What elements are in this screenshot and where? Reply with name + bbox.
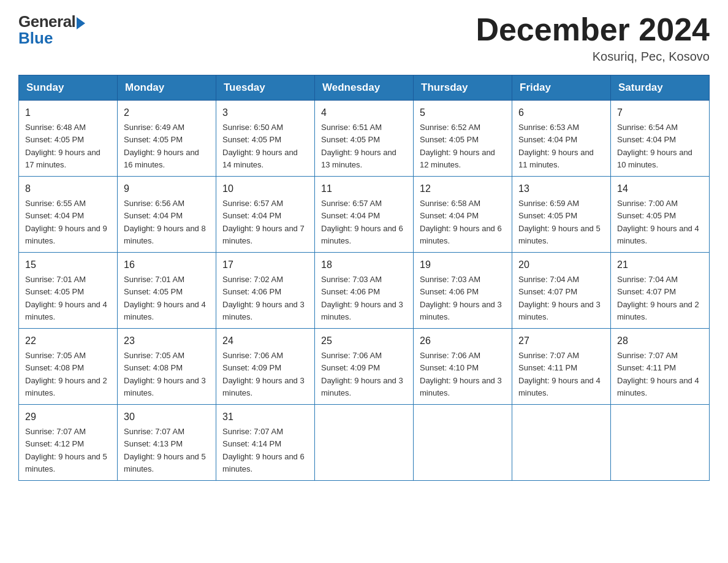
day-info: Sunrise: 6:55 AMSunset: 4:04 PMDaylight:… [25,199,107,245]
logo-blue-text: Blue [18,29,53,48]
calendar-cell: 24 Sunrise: 7:06 AMSunset: 4:09 PMDaylig… [216,329,315,405]
day-number: 12 [420,182,506,196]
day-info: Sunrise: 7:00 AMSunset: 4:05 PMDaylight:… [617,199,699,245]
day-info: Sunrise: 6:58 AMSunset: 4:04 PMDaylight:… [420,199,502,245]
day-number: 11 [321,182,407,196]
calendar-cell: 31 Sunrise: 7:07 AMSunset: 4:14 PMDaylig… [216,405,315,481]
calendar-cell: 18 Sunrise: 7:03 AMSunset: 4:06 PMDaylig… [315,253,414,329]
calendar-cell: 21 Sunrise: 7:04 AMSunset: 4:07 PMDaylig… [611,253,710,329]
day-info: Sunrise: 6:52 AMSunset: 4:05 PMDaylight:… [420,123,495,169]
day-info: Sunrise: 7:03 AMSunset: 4:06 PMDaylight:… [321,275,403,321]
calendar-cell [512,405,611,481]
day-number: 23 [124,334,210,348]
calendar-cell: 27 Sunrise: 7:07 AMSunset: 4:11 PMDaylig… [512,329,611,405]
day-number: 8 [25,182,111,196]
day-info: Sunrise: 6:56 AMSunset: 4:04 PMDaylight:… [124,199,206,245]
day-number: 17 [222,258,308,272]
calendar-cell: 3 Sunrise: 6:50 AMSunset: 4:05 PMDayligh… [216,101,315,177]
week-row-5: 29 Sunrise: 7:07 AMSunset: 4:12 PMDaylig… [19,405,710,481]
month-title: December 2024 [476,12,710,47]
calendar-cell: 2 Sunrise: 6:49 AMSunset: 4:05 PMDayligh… [118,101,216,177]
day-number: 26 [420,334,506,348]
day-info: Sunrise: 6:48 AMSunset: 4:05 PMDaylight:… [25,123,100,169]
calendar-cell: 19 Sunrise: 7:03 AMSunset: 4:06 PMDaylig… [414,253,512,329]
day-number: 2 [124,105,210,120]
calendar-cell: 9 Sunrise: 6:56 AMSunset: 4:04 PMDayligh… [118,177,216,253]
day-info: Sunrise: 7:07 AMSunset: 4:13 PMDaylight:… [124,427,206,473]
day-info: Sunrise: 7:07 AMSunset: 4:11 PMDaylight:… [617,351,699,397]
day-number: 7 [617,105,703,120]
calendar-cell: 14 Sunrise: 7:00 AMSunset: 4:05 PMDaylig… [611,177,710,253]
calendar-cell: 4 Sunrise: 6:51 AMSunset: 4:05 PMDayligh… [315,101,414,177]
day-header-sunday: Sunday [19,75,118,101]
day-header-wednesday: Wednesday [315,75,414,101]
day-info: Sunrise: 6:51 AMSunset: 4:05 PMDaylight:… [321,123,396,169]
week-row-2: 8 Sunrise: 6:55 AMSunset: 4:04 PMDayligh… [19,177,710,253]
day-number: 27 [518,334,604,348]
day-info: Sunrise: 7:05 AMSunset: 4:08 PMDaylight:… [124,351,206,397]
day-number: 4 [321,105,407,120]
day-info: Sunrise: 7:04 AMSunset: 4:07 PMDaylight:… [617,275,699,321]
title-section: December 2024 Kosuriq, Pec, Kosovo [476,12,710,64]
day-number: 9 [124,182,210,196]
day-number: 13 [518,182,604,196]
day-info: Sunrise: 6:54 AMSunset: 4:04 PMDaylight:… [617,123,692,169]
day-info: Sunrise: 7:06 AMSunset: 4:09 PMDaylight:… [321,351,403,397]
day-number: 25 [321,334,407,348]
day-number: 10 [222,182,308,196]
calendar-cell: 29 Sunrise: 7:07 AMSunset: 4:12 PMDaylig… [19,405,118,481]
calendar-cell: 25 Sunrise: 7:06 AMSunset: 4:09 PMDaylig… [315,329,414,405]
day-number: 24 [222,334,308,348]
day-info: Sunrise: 6:50 AMSunset: 4:05 PMDaylight:… [222,123,298,169]
calendar-cell: 23 Sunrise: 7:05 AMSunset: 4:08 PMDaylig… [118,329,216,405]
day-info: Sunrise: 6:53 AMSunset: 4:04 PMDaylight:… [518,123,594,169]
calendar-cell: 28 Sunrise: 7:07 AMSunset: 4:11 PMDaylig… [611,329,710,405]
day-number: 19 [420,258,506,272]
day-header-friday: Friday [512,75,611,101]
calendar-cell: 10 Sunrise: 6:57 AMSunset: 4:04 PMDaylig… [216,177,315,253]
day-info: Sunrise: 7:01 AMSunset: 4:05 PMDaylight:… [25,275,107,321]
calendar-cell: 6 Sunrise: 6:53 AMSunset: 4:04 PMDayligh… [512,101,611,177]
day-info: Sunrise: 7:06 AMSunset: 4:09 PMDaylight:… [222,351,305,397]
day-info: Sunrise: 7:05 AMSunset: 4:08 PMDaylight:… [25,351,107,397]
day-number: 28 [617,334,703,348]
day-header-saturday: Saturday [611,75,710,101]
location-text: Kosuriq, Pec, Kosovo [476,50,710,64]
calendar-cell [414,405,512,481]
day-info: Sunrise: 7:04 AMSunset: 4:07 PMDaylight:… [518,275,601,321]
calendar-cell: 26 Sunrise: 7:06 AMSunset: 4:10 PMDaylig… [414,329,512,405]
day-info: Sunrise: 7:07 AMSunset: 4:14 PMDaylight:… [222,427,305,473]
day-header-tuesday: Tuesday [216,75,315,101]
day-info: Sunrise: 7:01 AMSunset: 4:05 PMDaylight:… [124,275,206,321]
day-number: 31 [222,410,308,424]
calendar-cell: 22 Sunrise: 7:05 AMSunset: 4:08 PMDaylig… [19,329,118,405]
day-info: Sunrise: 6:49 AMSunset: 4:05 PMDaylight:… [124,123,199,169]
day-info: Sunrise: 7:06 AMSunset: 4:10 PMDaylight:… [420,351,502,397]
calendar-cell: 30 Sunrise: 7:07 AMSunset: 4:13 PMDaylig… [118,405,216,481]
week-row-4: 22 Sunrise: 7:05 AMSunset: 4:08 PMDaylig… [19,329,710,405]
day-header-thursday: Thursday [414,75,512,101]
calendar-cell: 17 Sunrise: 7:02 AMSunset: 4:06 PMDaylig… [216,253,315,329]
day-number: 6 [518,105,604,120]
day-number: 29 [25,410,111,424]
calendar-cell: 8 Sunrise: 6:55 AMSunset: 4:04 PMDayligh… [19,177,118,253]
day-number: 14 [617,182,703,196]
day-info: Sunrise: 7:02 AMSunset: 4:06 PMDaylight:… [222,275,305,321]
day-info: Sunrise: 7:03 AMSunset: 4:06 PMDaylight:… [420,275,502,321]
day-info: Sunrise: 7:07 AMSunset: 4:12 PMDaylight:… [25,427,107,473]
day-number: 18 [321,258,407,272]
logo-arrow-icon [77,17,85,29]
day-info: Sunrise: 6:57 AMSunset: 4:04 PMDaylight:… [321,199,403,245]
calendar-cell: 12 Sunrise: 6:58 AMSunset: 4:04 PMDaylig… [414,177,512,253]
day-number: 21 [617,258,703,272]
calendar-cell: 15 Sunrise: 7:01 AMSunset: 4:05 PMDaylig… [19,253,118,329]
calendar-cell: 13 Sunrise: 6:59 AMSunset: 4:05 PMDaylig… [512,177,611,253]
day-info: Sunrise: 6:57 AMSunset: 4:04 PMDaylight:… [222,199,305,245]
day-header-monday: Monday [118,75,216,101]
week-row-3: 15 Sunrise: 7:01 AMSunset: 4:05 PMDaylig… [19,253,710,329]
calendar-table: SundayMondayTuesdayWednesdayThursdayFrid… [18,75,710,481]
week-row-1: 1 Sunrise: 6:48 AMSunset: 4:05 PMDayligh… [19,101,710,177]
calendar-cell [315,405,414,481]
day-number: 15 [25,258,111,272]
day-number: 20 [518,258,604,272]
